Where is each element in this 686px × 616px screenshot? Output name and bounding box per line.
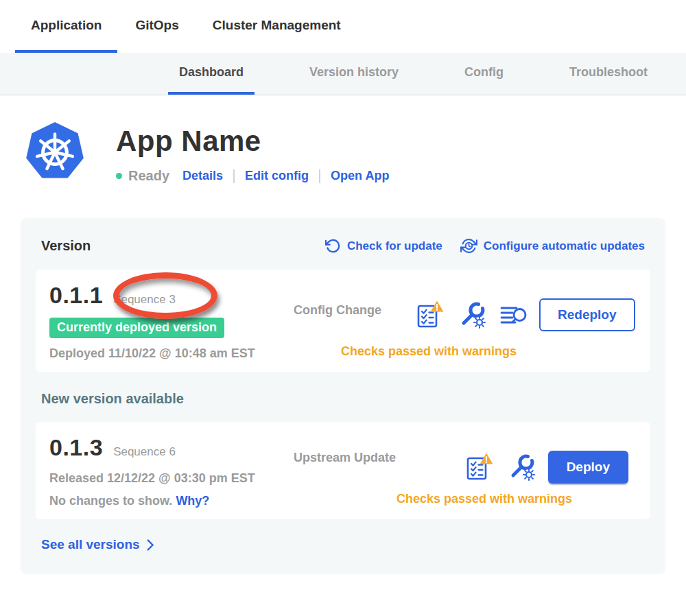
no-changes-text: No changes to show. <box>49 494 172 508</box>
refresh-icon <box>325 238 341 254</box>
next-version-number: 0.1.3 <box>49 434 103 461</box>
sub-tab-dashboard[interactable]: Dashboard <box>168 53 255 95</box>
configure-automatic-updates-label: Configure automatic updates <box>484 239 645 253</box>
version-section-title: Version <box>41 238 325 254</box>
next-checks-status: Checks passed with warnings <box>397 492 572 506</box>
details-link[interactable]: Details <box>182 169 223 183</box>
configure-automatic-updates-button[interactable]: Configure automatic updates <box>460 237 645 254</box>
top-nav: Application GitOps Cluster Management <box>0 0 686 53</box>
released-timestamp: Released 12/12/22 @ 03:30 pm EST <box>49 471 294 486</box>
chevron-right-icon <box>147 539 154 551</box>
check-for-update-label: Check for update <box>347 239 442 253</box>
version-section: Version Check for update Configure autom… <box>21 218 665 574</box>
next-change-type: Upstream Update <box>294 451 414 508</box>
preflight-checklist-warning-icon[interactable] <box>463 452 495 482</box>
see-all-versions-link[interactable]: See all versions <box>41 537 645 552</box>
top-tab-cluster-management[interactable]: Cluster Management <box>197 0 357 53</box>
diff-view-search-icon[interactable] <box>499 301 528 329</box>
status-dot-icon <box>116 173 122 179</box>
page-title: App Name <box>116 125 389 158</box>
next-version-card: 0.1.3 Sequence 6 Released 12/12/22 @ 03:… <box>36 422 650 519</box>
current-version-sequence: Sequence 3 <box>113 293 176 307</box>
config-wrench-gear-icon[interactable] <box>506 452 536 482</box>
current-checks-status: Checks passed with warnings <box>341 344 517 359</box>
see-all-versions-label: See all versions <box>41 537 140 552</box>
sub-tab-troubleshoot[interactable]: Troubleshoot <box>558 53 659 95</box>
sub-tab-version-history[interactable]: Version history <box>298 53 410 95</box>
config-wrench-gear-icon[interactable] <box>457 300 487 330</box>
next-version-sequence: Sequence 6 <box>113 445 176 459</box>
current-version-card: 0.1.1 Sequence 3 Currently deployed vers… <box>36 270 650 372</box>
divider <box>319 169 320 183</box>
status-badge: Ready <box>128 168 169 184</box>
deploy-button[interactable]: Deploy <box>548 451 628 484</box>
edit-config-link[interactable]: Edit config <box>245 169 309 183</box>
redeploy-button[interactable]: Redeploy <box>539 298 635 331</box>
sub-tab-config[interactable]: Config <box>453 53 514 95</box>
auto-update-clock-icon <box>460 237 477 254</box>
divider <box>233 169 235 183</box>
top-tab-gitops[interactable]: GitOps <box>119 0 194 53</box>
app-header: App Name Ready Details Edit config Open … <box>0 95 686 184</box>
preflight-checklist-warning-icon[interactable] <box>414 300 445 330</box>
app-sub-nav: Dashboard Version history Config Trouble… <box>0 53 686 95</box>
top-tab-application[interactable]: Application <box>15 0 117 53</box>
deployed-timestamp: Deployed 11/10/22 @ 10:48 am EST <box>49 346 294 361</box>
current-version-number: 0.1.1 <box>49 282 103 309</box>
currently-deployed-badge: Currently deployed version <box>49 318 224 338</box>
check-for-update-button[interactable]: Check for update <box>325 238 442 254</box>
kubernetes-logo-icon <box>24 121 86 184</box>
open-app-link[interactable]: Open App <box>331 169 389 183</box>
new-version-heading: New version available <box>41 391 645 407</box>
why-link[interactable]: Why? <box>176 494 209 508</box>
